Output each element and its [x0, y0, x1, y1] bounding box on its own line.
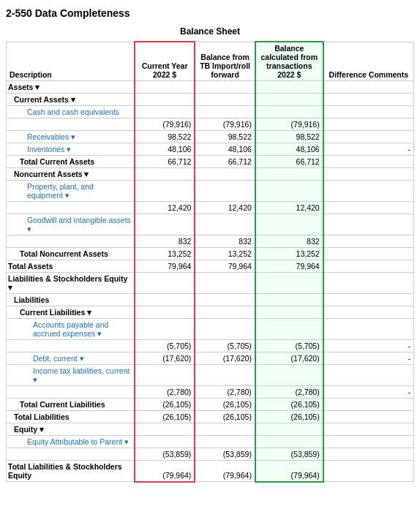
row-tb-import: 66,712	[195, 156, 255, 168]
row-current-year: (26,105)	[135, 411, 195, 423]
row-transactions: (2,780)	[255, 386, 323, 399]
row-transactions	[255, 436, 323, 448]
row-description	[7, 118, 135, 131]
row-description: Property, plant, and equipment ▾	[7, 181, 135, 202]
row-transactions: 48,106	[255, 143, 323, 156]
row-transactions: (79,916)	[255, 118, 323, 131]
row-description: Current Liabilities ▾	[7, 306, 135, 319]
table-row: Noncurrent Assets ▾	[7, 168, 414, 181]
row-description: Equity ▾	[7, 423, 135, 436]
table-row: (2,780)(2,780)(2,780)-	[7, 386, 414, 399]
table-row: (79,916)(79,916)(79,916)	[7, 118, 414, 131]
row-current-year: (26,105)	[135, 399, 195, 411]
table-row: Total Assets79,96479,96479,964	[7, 260, 414, 273]
row-description: Noncurrent Assets ▾	[7, 168, 135, 181]
table-row: 832832832	[7, 235, 414, 248]
row-description: Current Assets ▾	[7, 94, 135, 106]
page-title: 2-550 Data Completeness	[6, 7, 414, 19]
row-difference	[323, 294, 414, 306]
table-row: Total Liabilities & Stockholders Equity(…	[7, 461, 414, 482]
row-current-year: (79,916)	[135, 118, 195, 131]
row-current-year: 48,106	[135, 143, 195, 156]
table-row: Accounts payable and accrued expenses ▾	[7, 319, 414, 340]
row-tb-import: (79,964)	[195, 461, 255, 482]
row-transactions: 13,252	[255, 248, 323, 260]
table-row: (5,705)(5,705)(5,705)-	[7, 340, 414, 352]
row-description: Total Current Liabilities	[7, 399, 135, 411]
row-description: Income tax liabilities, current ▾	[7, 365, 135, 386]
row-transactions: (79,964)	[255, 461, 323, 482]
row-tb-import: (53,859)	[195, 448, 255, 461]
row-current-year: (5,705)	[135, 340, 195, 352]
row-description: Inventories ▾	[7, 143, 135, 156]
row-difference	[323, 81, 414, 94]
row-description	[7, 340, 135, 352]
row-transactions	[255, 423, 323, 436]
table-row: Income tax liabilities, current ▾	[7, 365, 414, 386]
row-current-year	[135, 214, 195, 235]
row-transactions	[255, 94, 323, 106]
table-row: Receivables ▾98,52298,52298,522	[7, 131, 414, 143]
row-tb-import: (26,105)	[195, 411, 255, 423]
table-row: Current Assets ▾	[7, 94, 414, 106]
row-transactions: (5,705)	[255, 340, 323, 352]
row-tb-import	[195, 106, 255, 118]
row-tb-import	[195, 168, 255, 181]
row-difference: -	[323, 386, 414, 399]
table-row: Cash and cash equivalents	[7, 106, 414, 118]
row-transactions	[255, 306, 323, 319]
row-tb-import: (17,620)	[195, 352, 255, 365]
row-difference	[323, 448, 414, 461]
table-row: Equity ▾	[7, 423, 414, 436]
table-row: Goodwill and intangible assets ▾	[7, 214, 414, 235]
row-difference	[323, 94, 414, 106]
row-transactions	[255, 214, 323, 235]
row-transactions	[255, 273, 323, 294]
row-current-year	[135, 319, 195, 340]
col-difference-header: Difference Comments	[323, 42, 414, 81]
row-description: Goodwill and intangible assets ▾	[7, 214, 135, 235]
row-difference	[323, 181, 414, 202]
table-row: 12,42012,42012,420	[7, 202, 414, 214]
row-current-year	[135, 294, 195, 306]
row-tb-import: 48,106	[195, 143, 255, 156]
row-difference	[323, 461, 414, 482]
row-tb-import	[195, 306, 255, 319]
col-transactions-header: Balance calculated from transactions 202…	[255, 42, 323, 81]
row-description: Total Liabilities & Stockholders Equity	[7, 461, 135, 482]
row-transactions: (26,105)	[255, 399, 323, 411]
row-description: Total Liabilities	[7, 411, 135, 423]
row-current-year: 98,522	[135, 131, 195, 143]
row-current-year: (17,620)	[135, 352, 195, 365]
row-current-year	[135, 436, 195, 448]
row-difference	[323, 365, 414, 386]
row-current-year	[135, 423, 195, 436]
row-current-year	[135, 106, 195, 118]
sheet-title: Balance Sheet	[6, 26, 414, 37]
row-tb-import: (5,705)	[195, 340, 255, 352]
row-transactions: (26,105)	[255, 411, 323, 423]
row-description: Debt, current ▾	[7, 352, 135, 365]
row-current-year: (79,964)	[135, 461, 195, 482]
row-transactions: 66,712	[255, 156, 323, 168]
row-description	[7, 202, 135, 214]
row-tb-import: 98,522	[195, 131, 255, 143]
row-current-year: 79,964	[135, 260, 195, 273]
row-current-year: 13,252	[135, 248, 195, 260]
row-tb-import	[195, 94, 255, 106]
row-transactions	[255, 168, 323, 181]
row-difference	[323, 106, 414, 118]
row-tb-import	[195, 365, 255, 386]
row-tb-import	[195, 214, 255, 235]
row-transactions: 832	[255, 235, 323, 248]
table-row: Equity Attributable to Parent ▾	[7, 436, 414, 448]
row-description: Receivables ▾	[7, 131, 135, 143]
row-tb-import: 79,964	[195, 260, 255, 273]
row-current-year: (2,780)	[135, 386, 195, 399]
row-current-year: 66,712	[135, 156, 195, 168]
row-difference	[323, 235, 414, 248]
row-description: Accounts payable and accrued expenses ▾	[7, 319, 135, 340]
row-difference	[323, 248, 414, 260]
row-description: Equity Attributable to Parent ▾	[7, 436, 135, 448]
row-description	[7, 448, 135, 461]
